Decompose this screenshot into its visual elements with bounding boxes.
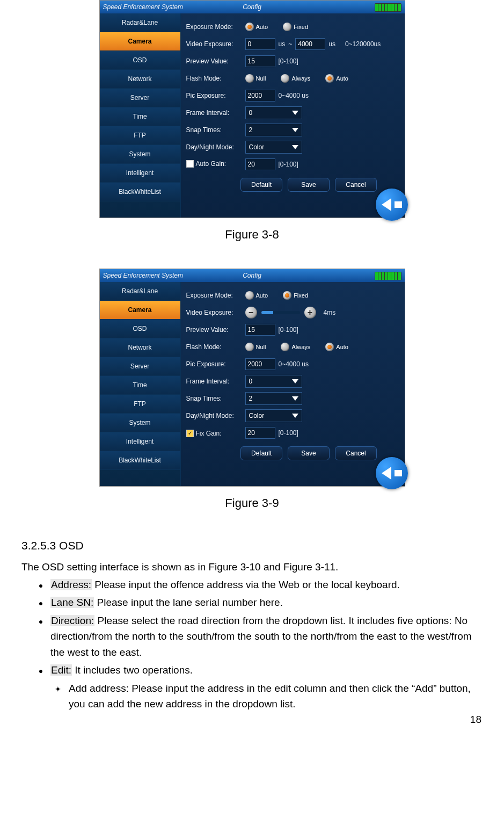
exposure-mode-auto-radio[interactable]: Auto: [245, 23, 268, 31]
frame-interval-select[interactable]: 0: [245, 106, 302, 119]
content-panel: Exposure Mode: Auto Fixed Video Exposure…: [181, 13, 405, 218]
preview-value-input[interactable]: 15: [245, 55, 275, 67]
sidebar-item-camera[interactable]: Camera: [100, 32, 180, 51]
back-button[interactable]: [376, 189, 408, 221]
preview-value-label: Preview Value:: [186, 326, 245, 334]
default-button[interactable]: Default: [240, 446, 282, 460]
video-exposure-label: Video Exposure:: [186, 309, 245, 316]
flash-null-radio[interactable]: Null: [245, 343, 266, 351]
bullet-direction: Direction: Please select the road direct…: [47, 613, 483, 660]
snap-times-label: Snap Times:: [186, 395, 245, 402]
auto-gain-label: Auto Gain:: [186, 160, 245, 169]
video-exposure-min-input[interactable]: 0: [245, 38, 275, 50]
auto-gain-input[interactable]: 20: [245, 158, 275, 170]
sidebar-item-camera[interactable]: Camera: [100, 301, 180, 320]
sidebar-item-radarlane[interactable]: Radar&Lane: [100, 13, 180, 32]
section-intro: The OSD setting interface is shown as in…: [21, 559, 483, 575]
daynight-select[interactable]: Color: [245, 409, 302, 422]
sidebar-item-system[interactable]: System: [100, 145, 180, 164]
sidebar-item-blackwhitelist[interactable]: BlackWhiteList: [100, 451, 180, 470]
pic-exposure-label: Pic Exposure:: [186, 360, 245, 368]
content-panel: Exposure Mode: Auto Fixed Video Exposure…: [181, 282, 405, 486]
fix-gain-input[interactable]: 20: [245, 427, 275, 439]
fix-gain-label: Fix Gain:: [186, 429, 245, 437]
save-button[interactable]: Save: [288, 178, 330, 192]
sidebar-item-osd[interactable]: OSD: [100, 320, 180, 338]
back-button[interactable]: [376, 457, 408, 489]
arrow-left-icon: [382, 467, 391, 480]
default-button[interactable]: Default: [240, 178, 282, 192]
sidebar-item-intelligent[interactable]: Intelligent: [100, 164, 180, 183]
exposure-minus-button[interactable]: −: [245, 307, 257, 318]
cancel-button[interactable]: Cancel: [335, 446, 377, 460]
pic-exposure-label: Pic Exposure:: [186, 92, 245, 99]
sidebar-item-server[interactable]: Server: [100, 357, 180, 376]
sidebar-item-radarlane[interactable]: Radar&Lane: [100, 282, 180, 301]
exposure-mode-auto-radio[interactable]: Auto: [245, 291, 268, 300]
flash-auto-radio[interactable]: Auto: [325, 343, 348, 351]
flash-auto-radio[interactable]: Auto: [325, 74, 348, 83]
flash-mode-label: Flash Mode:: [186, 75, 245, 82]
snap-times-select[interactable]: 2: [245, 392, 302, 405]
cancel-button[interactable]: Cancel: [335, 178, 377, 192]
title-center: Config: [243, 272, 261, 279]
frame-interval-select[interactable]: 0: [245, 375, 302, 388]
exposure-slider[interactable]: [261, 311, 300, 314]
chevron-down-icon: [292, 128, 298, 132]
chevron-down-icon: [292, 414, 298, 418]
flash-mode-label: Flash Mode:: [186, 343, 245, 351]
figure-3-9-window: Speed Enforcement System Config Radar&La…: [99, 269, 405, 487]
pic-exposure-input[interactable]: 2000: [245, 358, 275, 370]
title-left: Speed Enforcement System: [100, 272, 183, 279]
frame-interval-label: Frame Interval:: [186, 378, 245, 385]
sidebar-item-blackwhitelist[interactable]: BlackWhiteList: [100, 183, 180, 201]
sidebar-item-time[interactable]: Time: [100, 107, 180, 126]
save-button[interactable]: Save: [288, 446, 330, 460]
fix-gain-checkbox[interactable]: Fix Gain:: [186, 430, 222, 437]
document-body: 3.2.5.3 OSD The OSD setting interface is…: [0, 537, 504, 712]
sidebar-item-network[interactable]: Network: [100, 338, 180, 357]
exposure-mode-fixed-radio[interactable]: Fixed: [283, 23, 308, 31]
chevron-down-icon: [292, 145, 298, 149]
exposure-plus-button[interactable]: +: [304, 307, 316, 318]
sidebar-item-server[interactable]: Server: [100, 89, 180, 107]
exposure-mode-fixed-radio[interactable]: Fixed: [283, 291, 308, 300]
auto-gain-checkbox[interactable]: Auto Gain:: [186, 160, 227, 168]
chevron-down-icon: [292, 111, 298, 115]
page-number: 18: [470, 714, 481, 726]
figure-3-9-caption: Figure 3-9: [0, 496, 504, 510]
title-center: Config: [243, 3, 261, 11]
sidebar: Radar&Lane Camera OSD Network Server Tim…: [100, 282, 181, 486]
sidebar-item-time[interactable]: Time: [100, 376, 180, 395]
sidebar-item-ftp[interactable]: FTP: [100, 395, 180, 414]
sidebar-item-network[interactable]: Network: [100, 70, 180, 89]
subbullet-add-address: Add address: Please input the address in…: [65, 680, 483, 712]
video-exposure-label: Video Exposure:: [186, 40, 245, 48]
chevron-down-icon: [292, 396, 298, 401]
flash-always-radio[interactable]: Always: [281, 343, 310, 351]
exposure-mode-label: Exposure Mode:: [186, 292, 245, 299]
window-titlebar: Speed Enforcement System Config: [100, 1, 405, 13]
snap-times-label: Snap Times:: [186, 126, 245, 134]
bullet-address: Address: Please input the offence addres…: [47, 577, 483, 592]
bullet-lanesn: Lane SN: Please input the lane serial nu…: [47, 595, 483, 610]
daynight-select[interactable]: Color: [245, 141, 302, 154]
section-heading: 3.2.5.3 OSD: [21, 537, 483, 555]
sidebar-item-intelligent[interactable]: Intelligent: [100, 432, 180, 451]
figure-3-8-caption: Figure 3-8: [0, 228, 504, 242]
daynight-label: Day/Night Mode:: [186, 143, 245, 151]
frame-interval-label: Frame Interval:: [186, 109, 245, 117]
video-exposure-max-input[interactable]: 4000: [295, 38, 325, 50]
snap-times-select[interactable]: 2: [245, 124, 302, 136]
preview-value-input[interactable]: 15: [245, 324, 275, 336]
battery-icon: [375, 3, 401, 12]
flash-null-radio[interactable]: Null: [245, 74, 266, 83]
flash-always-radio[interactable]: Always: [281, 74, 310, 83]
sidebar-item-osd[interactable]: OSD: [100, 51, 180, 70]
pic-exposure-input[interactable]: 2000: [245, 90, 275, 102]
preview-value-label: Preview Value:: [186, 57, 245, 65]
sidebar: Radar&Lane Camera OSD Network Server Tim…: [100, 13, 181, 218]
sidebar-item-ftp[interactable]: FTP: [100, 126, 180, 145]
bullet-edit: Edit: It includes two operations. Add ad…: [47, 662, 483, 712]
sidebar-item-system[interactable]: System: [100, 414, 180, 432]
